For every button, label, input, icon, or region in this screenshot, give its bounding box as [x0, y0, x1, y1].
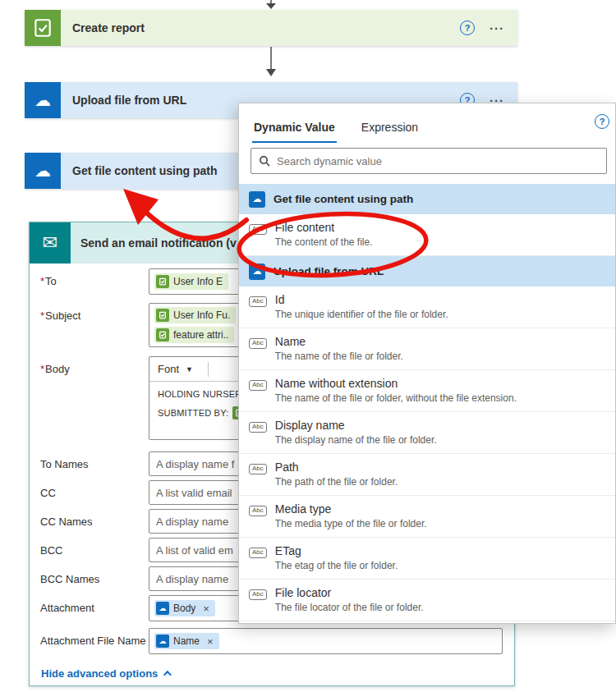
action-title: Create report [61, 10, 460, 46]
body-line: HOLDING NURSERY [158, 389, 248, 399]
list-item-name-without-extension[interactable]: Abc Name without extension The name of t… [239, 370, 615, 412]
remove-token-icon[interactable]: × [207, 636, 214, 647]
abc-type-icon: Abc [249, 548, 267, 558]
field-row-attachment-file-name: Attachment File Name ☁ Name × [40, 628, 503, 654]
field-label: Attachment [40, 595, 149, 614]
field-label: To [45, 275, 57, 287]
font-dropdown[interactable]: Font [158, 363, 179, 375]
hide-advanced-options-link[interactable]: Hide advanced options [41, 667, 169, 680]
list-item-display-name[interactable]: Abc Display name The display name of the… [239, 412, 615, 454]
required-asterisk: * [40, 275, 44, 287]
list-item-id[interactable]: Abc Id The unique identifier of the file… [239, 286, 615, 328]
cloud-icon: ☁ [249, 264, 265, 280]
envelope-icon: ✉ [30, 222, 71, 264]
action-create-report[interactable]: Create report ? ··· [25, 10, 517, 46]
dynamic-token[interactable]: ☁ Body × [154, 600, 215, 616]
search-box[interactable] [251, 148, 607, 174]
token-label: Name [173, 635, 200, 647]
abc-type-icon: Abc [249, 506, 267, 516]
list-item-media-type[interactable]: Abc Media type The media type of the fil… [239, 496, 615, 538]
abc-type-icon: Abc [249, 380, 267, 391]
abc-type-icon: Abc [249, 589, 267, 600]
token-source-icon [156, 328, 169, 341]
tab-expression[interactable]: Expression [360, 112, 420, 143]
field-label: Subject [45, 309, 80, 322]
abc-type-icon: Abc [249, 224, 267, 235]
token-source-icon [156, 309, 169, 322]
help-icon[interactable]: ? [595, 114, 609, 129]
required-asterisk: * [40, 309, 44, 322]
abc-type-icon: Abc [249, 464, 267, 474]
group-header-upload-file[interactable]: ☁ Upload file from URL [239, 256, 615, 286]
help-icon[interactable]: ? [460, 21, 475, 35]
required-asterisk: * [40, 363, 44, 375]
dynamic-token[interactable]: ☁ Name × [154, 633, 219, 649]
popup-callout-notch [238, 603, 239, 617]
abc-type-icon: Abc [249, 338, 267, 349]
dynamic-token[interactable]: feature attri.. [154, 327, 234, 343]
list-item-name[interactable]: Abc Name The name of the file or folder. [239, 328, 615, 370]
search-icon [259, 155, 270, 167]
cloud-icon: ☁ [156, 635, 169, 648]
group-header-get-file-content[interactable]: ☁ Get file content using path [239, 184, 615, 214]
chevron-down-icon[interactable]: ▼ [186, 365, 193, 373]
list-item-path[interactable]: Abc Path The path of the file or folder. [239, 454, 615, 496]
remove-token-icon[interactable]: × [203, 603, 209, 614]
attachment-file-name-input[interactable]: ☁ Name × [149, 628, 503, 654]
field-label: To Names [40, 451, 149, 470]
abc-type-icon: Abc [249, 422, 267, 433]
dynamic-token[interactable]: User Info E [154, 273, 228, 290]
create-report-icon [25, 10, 61, 46]
field-label: CC Names [40, 509, 149, 528]
cloud-icon: ☁ [249, 191, 265, 208]
token-label: User Info Fu. [173, 309, 230, 321]
search-input[interactable] [277, 155, 599, 167]
more-menu-icon[interactable]: ··· [490, 21, 504, 35]
dynamic-value-popup: Dynamic Value Expression ? ☁ Get file co… [238, 103, 616, 624]
field-label: CC [40, 480, 149, 499]
token-label: User Info E [173, 276, 223, 287]
field-label: BCC [40, 538, 149, 557]
field-label: Body [45, 363, 70, 375]
flow-designer-canvas: Create report ? ··· ☁ Upload file from U… [0, 0, 616, 692]
cloud-icon: ☁ [156, 602, 169, 615]
token-label: feature attri.. [173, 329, 228, 341]
toolbar-divider [208, 362, 209, 377]
list-item-file-content[interactable]: Abc File content The content of the file… [239, 214, 615, 256]
field-label: Attachment File Name [40, 628, 149, 647]
cloud-icon: ☁ [25, 153, 61, 189]
chevron-up-icon [163, 671, 172, 679]
dynamic-token[interactable]: User Info Fu. [154, 307, 236, 323]
dynamic-value-list: ☁ Get file content using path Abc File c… [239, 184, 615, 623]
cloud-icon: ☁ [25, 82, 61, 118]
token-label: Body [173, 603, 195, 614]
abc-type-icon: Abc [249, 296, 267, 307]
tab-dynamic-value[interactable]: Dynamic Value [252, 112, 337, 143]
list-item-file-locator[interactable]: Abc File locator The file locator of the… [239, 580, 615, 621]
popup-tabs: Dynamic Value Expression ? [239, 103, 615, 143]
field-label: BCC Names [40, 566, 149, 585]
token-source-icon [156, 275, 169, 288]
list-item-etag[interactable]: Abc ETag The etag of the file or folder. [239, 538, 615, 580]
body-line: SUBMITTED BY: [158, 408, 228, 418]
